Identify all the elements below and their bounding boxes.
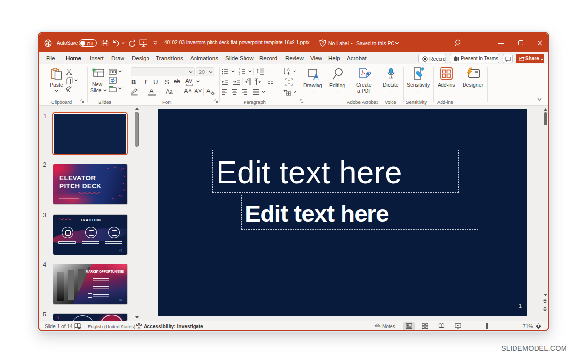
svg-text:A: A: [287, 67, 290, 72]
svg-text:P: P: [46, 43, 48, 46]
svg-text:3: 3: [239, 73, 240, 75]
svg-text:?: ?: [322, 40, 324, 45]
svg-text:A: A: [313, 73, 319, 82]
